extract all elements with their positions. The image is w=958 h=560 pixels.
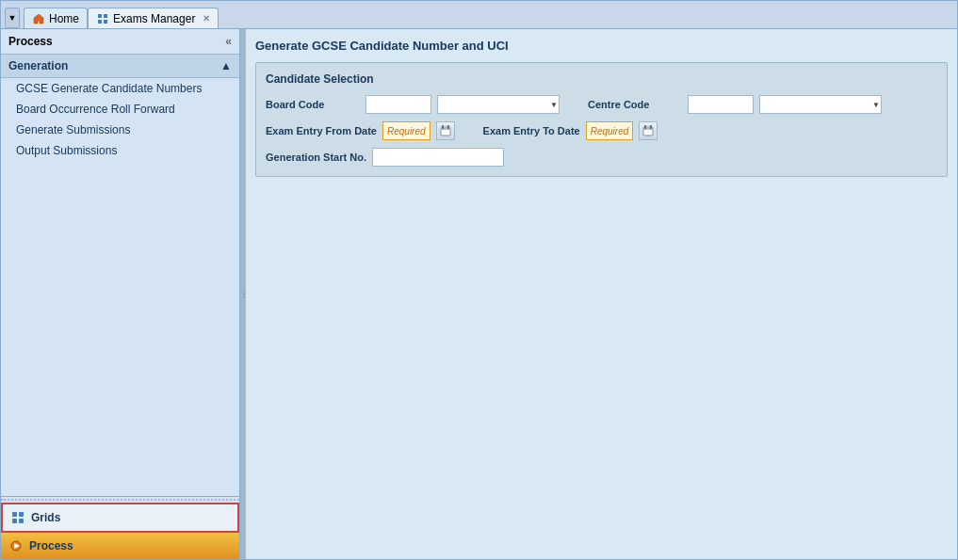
centre-code-select[interactable] <box>759 95 882 114</box>
sidebar-title: Process <box>8 35 53 48</box>
board-code-label: Board Code <box>266 99 360 110</box>
sidebar-section: Generation ▲ GCSE Generate Candidate Num… <box>1 55 239 496</box>
sidebar-bottom: Grids Process <box>1 496 239 559</box>
section-title: Candidate Selection <box>266 72 937 86</box>
main-content: Process « Generation ▲ GCSE Generate Can… <box>1 29 957 559</box>
grid-icon <box>96 12 109 25</box>
tab-home[interactable]: Home <box>24 8 88 28</box>
exam-entry-to-label: Exam Entry To Date <box>483 125 580 136</box>
grids-label: Grids <box>31 511 60 524</box>
centre-code-label: Centre Code <box>588 99 682 110</box>
generation-start-row: Generation Start No. <box>266 148 937 167</box>
sidebar: Process « Generation ▲ GCSE Generate Can… <box>1 29 240 559</box>
tab-exams-manager[interactable]: Exams Manager ✕ <box>88 8 219 28</box>
exam-entry-to-row: Exam Entry To Date Required <box>483 121 658 140</box>
tab-home-label: Home <box>49 12 79 25</box>
candidate-selection-section: Candidate Selection Board Code ▼ <box>255 62 948 177</box>
process-icon <box>8 538 24 553</box>
svg-rect-7 <box>19 519 24 523</box>
sidebar-item-board-occurrence[interactable]: Board Occurrence Roll Forward <box>1 99 239 120</box>
exam-entry-from-required: Required <box>382 121 430 140</box>
svg-rect-1 <box>104 14 107 18</box>
tab-bar: ▼ Home Exams Manager ✕ <box>1 1 957 29</box>
chevron-up-icon: ▲ <box>220 59 232 72</box>
sidebar-bottom-process[interactable]: Process <box>1 533 239 559</box>
svg-rect-2 <box>98 20 102 24</box>
svg-rect-4 <box>12 512 17 517</box>
sidebar-collapse-button[interactable]: « <box>225 35 232 48</box>
board-code-select[interactable] <box>437 95 560 114</box>
board-code-row: Board Code ▼ <box>266 95 560 114</box>
svg-rect-5 <box>19 512 24 517</box>
centre-code-select-wrapper: ▼ <box>759 95 882 114</box>
generation-start-input[interactable] <box>372 148 504 167</box>
sidebar-header: Process « <box>1 29 239 55</box>
tab-close-button[interactable]: ✕ <box>203 13 210 24</box>
exam-entry-from-row: Exam Entry From Date Required <box>266 121 455 140</box>
grids-icon <box>10 510 25 525</box>
centre-code-row: Centre Code ▼ <box>588 95 882 114</box>
nav-arrow[interactable]: ▼ <box>5 8 20 28</box>
board-code-input[interactable] <box>365 95 431 114</box>
board-code-select-wrapper: ▼ <box>437 95 560 114</box>
exam-entry-to-calendar-button[interactable] <box>639 121 658 140</box>
sidebar-item-gcse-generate[interactable]: GCSE Generate Candidate Numbers <box>1 78 239 99</box>
centre-code-input[interactable] <box>688 95 754 114</box>
home-icon <box>32 12 45 25</box>
sidebar-group-generation-label: Generation <box>8 59 68 72</box>
sidebar-item-output-submissions[interactable]: Output Submissions <box>1 140 239 161</box>
svg-rect-3 <box>104 20 107 24</box>
main-panel: Generate GCSE Candidate Number and UCI C… <box>246 29 957 559</box>
svg-rect-6 <box>12 519 17 523</box>
panel-title: Generate GCSE Candidate Number and UCI <box>255 39 948 53</box>
tab-exams-manager-label: Exams Manager <box>113 12 195 25</box>
app-container: ▼ Home Exams Manager ✕ Process « Genera <box>0 0 958 560</box>
sidebar-bottom-grids[interactable]: Grids <box>1 503 239 533</box>
sidebar-item-generate-submissions[interactable]: Generate Submissions <box>1 120 239 140</box>
sidebar-group-generation[interactable]: Generation ▲ <box>1 55 239 78</box>
generation-start-label: Generation Start No. <box>266 152 366 163</box>
exam-entry-from-label: Exam Entry From Date <box>266 125 377 136</box>
sidebar-divider <box>1 499 239 501</box>
process-label: Process <box>29 539 73 552</box>
exam-entry-to-required: Required <box>586 121 634 140</box>
svg-rect-0 <box>98 14 102 18</box>
exam-entry-from-calendar-button[interactable] <box>436 121 455 140</box>
